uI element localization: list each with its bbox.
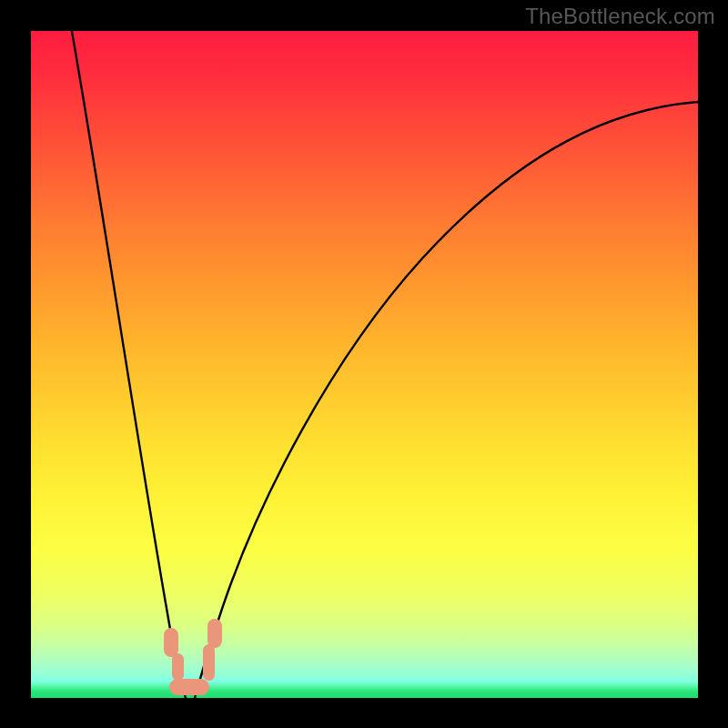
chart-frame: TheBottleneck.com xyxy=(0,0,728,728)
bottleneck-curve xyxy=(31,31,698,698)
marker-floor xyxy=(169,679,209,695)
curve-right-branch xyxy=(195,102,698,698)
curve-left-branch xyxy=(71,31,186,698)
marker-min-right-lower xyxy=(203,644,215,681)
marker-min-left-lower xyxy=(172,653,184,681)
plot-area xyxy=(31,31,698,698)
watermark-text: TheBottleneck.com xyxy=(525,4,715,29)
